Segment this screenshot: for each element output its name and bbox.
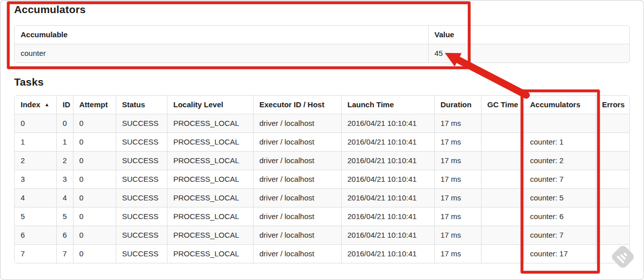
cell-gc-time [481, 170, 524, 189]
cell-status: SUCCESS [116, 133, 167, 152]
annotation-arrow-shaft [458, 60, 526, 95]
cell-attempt: 0 [73, 152, 116, 170]
tasks-col-header-status[interactable]: Status [116, 96, 167, 114]
cell-duration: 17 ms [434, 226, 481, 245]
tasks-col-header-executor-id-host[interactable]: Executor ID / Host [253, 96, 341, 114]
cell-launch-time: 2016/04/21 10:10:41 [341, 152, 434, 170]
tasks-col-header-id[interactable]: ID [56, 96, 73, 114]
cell-attempt: 0 [73, 133, 116, 152]
cell-executor-id-host: driver / localhost [253, 170, 341, 189]
tasks-table-row: 660SUCCESSPROCESS_LOCALdriver / localhos… [15, 226, 629, 245]
cell-id: 0 [56, 114, 73, 133]
tasks-col-header-index[interactable]: Index▲ [15, 96, 56, 114]
cell-index: 2 [15, 152, 56, 170]
cell-errors [596, 133, 629, 152]
cell-id: 1 [56, 133, 73, 152]
tasks-table-row: 550SUCCESSPROCESS_LOCALdriver / localhos… [15, 207, 629, 226]
cell-id: 7 [56, 245, 73, 263]
cell-gc-time [481, 133, 524, 152]
cell-locality-level: PROCESS_LOCAL [167, 114, 253, 133]
cell-locality-level: PROCESS_LOCAL [167, 189, 253, 207]
accumulators-table-container: AccumulableValue counter45 [14, 25, 630, 63]
cell-accumulators: counter: 2 [524, 152, 596, 170]
tasks-col-header-gc-time[interactable]: GC Time [481, 96, 524, 114]
cell-gc-time [481, 114, 524, 133]
tasks-col-header-errors[interactable]: Errors [596, 96, 629, 114]
cell-executor-id-host: driver / localhost [253, 133, 341, 152]
accumulators-col-header-accumulable[interactable]: Accumulable [15, 26, 428, 44]
column-header-label: Status [122, 100, 145, 109]
cell-locality-level: PROCESS_LOCAL [167, 226, 253, 245]
column-header-label: Accumulable [21, 30, 67, 39]
accumulators-table: AccumulableValue counter45 [15, 26, 629, 62]
cell-accumulators: counter: 7 [524, 170, 596, 189]
cell-accumulators: counter: 1 [524, 133, 596, 152]
cell-launch-time: 2016/04/21 10:10:41 [341, 226, 434, 245]
cell-id: 4 [56, 189, 73, 207]
cell-launch-time: 2016/04/21 10:10:41 [341, 170, 434, 189]
cell-launch-time: 2016/04/21 10:10:41 [341, 207, 434, 226]
tasks-col-header-locality-level[interactable]: Locality Level [167, 96, 253, 114]
column-header-label: Index [21, 100, 40, 109]
cell-errors [596, 152, 629, 170]
cell-attempt: 0 [73, 189, 116, 207]
cell-index: 5 [15, 207, 56, 226]
cell-index: 3 [15, 170, 56, 189]
cell-gc-time [481, 207, 524, 226]
tasks-table: Index▲IDAttemptStatusLocality LevelExecu… [15, 96, 629, 263]
cell-attempt: 0 [73, 207, 116, 226]
cell-index: 7 [15, 245, 56, 263]
cell-accumulators: counter: 7 [524, 226, 596, 245]
cell-executor-id-host: driver / localhost [253, 114, 341, 133]
column-header-label: Accumulators [530, 100, 581, 109]
cell-errors [596, 189, 629, 207]
cell-status: SUCCESS [116, 114, 167, 133]
cell-duration: 17 ms [434, 114, 481, 133]
column-header-label: GC Time [488, 100, 518, 109]
column-header-label: Value [435, 30, 454, 39]
tasks-col-header-attempt[interactable]: Attempt [73, 96, 116, 114]
tasks-table-row: 110SUCCESSPROCESS_LOCALdriver / localhos… [15, 133, 629, 152]
cell-duration: 17 ms [434, 133, 481, 152]
tasks-section-title: Tasks [14, 76, 44, 88]
cell-status: SUCCESS [116, 207, 167, 226]
column-header-label: Locality Level [174, 100, 223, 109]
tasks-col-header-launch-time[interactable]: Launch Time [341, 96, 434, 114]
cell-errors [596, 226, 629, 245]
tasks-col-header-duration[interactable]: Duration [434, 96, 481, 114]
cell-id: 2 [56, 152, 73, 170]
column-header-label: Launch Time [348, 100, 394, 109]
cell-duration: 17 ms [434, 170, 481, 189]
column-header-label: Executor ID / Host [260, 100, 325, 109]
cell-status: SUCCESS [116, 189, 167, 207]
cell-status: SUCCESS [116, 245, 167, 263]
cell-attempt: 0 [73, 114, 116, 133]
cell-duration: 17 ms [434, 245, 481, 263]
cell-errors [596, 170, 629, 189]
cell-gc-time [481, 189, 524, 207]
cell-executor-id-host: driver / localhost [253, 207, 341, 226]
cell-duration: 17 ms [434, 207, 481, 226]
cell-attempt: 0 [73, 245, 116, 263]
accumulators-section-title: Accumulators [14, 4, 86, 16]
tasks-table-row: 440SUCCESSPROCESS_LOCALdriver / localhos… [15, 189, 629, 207]
cell-index: 1 [15, 133, 56, 152]
column-header-label: ID [63, 100, 70, 109]
accumulators-table-row: counter45 [15, 44, 629, 63]
cell-executor-id-host: driver / localhost [253, 245, 341, 263]
cell-duration: 17 ms [434, 189, 481, 207]
cell-accumulators: counter: 17 [524, 245, 596, 263]
cell-value: 45 [428, 44, 629, 63]
cell-locality-level: PROCESS_LOCAL [167, 245, 253, 263]
spark-stage-details-page: Accumulators AccumulableValue counter45 … [0, 0, 644, 280]
cell-locality-level: PROCESS_LOCAL [167, 152, 253, 170]
tasks-col-header-accumulators[interactable]: Accumulators [524, 96, 596, 114]
cell-locality-level: PROCESS_LOCAL [167, 170, 253, 189]
tasks-header-row: Index▲IDAttemptStatusLocality LevelExecu… [15, 96, 629, 114]
tasks-table-body: 000SUCCESSPROCESS_LOCALdriver / localhos… [15, 114, 629, 263]
accumulators-col-header-value[interactable]: Value [428, 26, 629, 44]
cell-duration: 17 ms [434, 152, 481, 170]
column-header-label: Duration [441, 100, 472, 109]
tasks-table-container: Index▲IDAttemptStatusLocality LevelExecu… [14, 95, 630, 263]
column-header-label: Attempt [79, 100, 108, 109]
